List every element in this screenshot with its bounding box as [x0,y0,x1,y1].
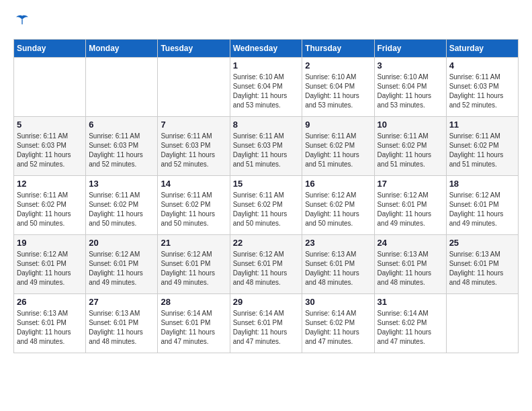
day-number: 20 [89,238,154,248]
calendar-cell [14,58,86,117]
calendar-cell: 31Sunrise: 6:14 AM Sunset: 6:02 PM Dayli… [374,294,446,353]
calendar-cell: 13Sunrise: 6:11 AM Sunset: 6:02 PM Dayli… [86,176,158,235]
day-info: Sunrise: 6:11 AM Sunset: 6:02 PM Dayligh… [233,191,300,228]
calendar-header-wednesday: Wednesday [230,40,302,58]
calendar-cell: 3Sunrise: 6:10 AM Sunset: 6:04 PM Daylig… [374,58,446,117]
day-info: Sunrise: 6:13 AM Sunset: 6:01 PM Dayligh… [305,250,371,287]
logo [13,13,30,28]
day-info: Sunrise: 6:11 AM Sunset: 6:02 PM Dayligh… [161,191,226,228]
day-info: Sunrise: 6:12 AM Sunset: 6:01 PM Dayligh… [17,250,83,287]
day-number: 26 [17,297,83,307]
calendar-header-saturday: Saturday [446,40,518,58]
day-number: 3 [378,60,443,71]
day-number: 15 [233,179,300,189]
calendar-cell: 11Sunrise: 6:11 AM Sunset: 6:02 PM Dayli… [446,117,518,176]
page-header [13,13,519,28]
day-info: Sunrise: 6:11 AM Sunset: 6:03 PM Dayligh… [449,73,515,110]
day-info: Sunrise: 6:13 AM Sunset: 6:01 PM Dayligh… [89,309,154,347]
calendar-cell: 9Sunrise: 6:11 AM Sunset: 6:02 PM Daylig… [302,117,374,176]
logo-bird-icon [15,15,30,26]
day-number: 10 [378,120,443,130]
calendar-cell: 1Sunrise: 6:10 AM Sunset: 6:04 PM Daylig… [230,58,302,117]
day-number: 25 [449,238,515,248]
calendar-cell: 14Sunrise: 6:11 AM Sunset: 6:02 PM Dayli… [158,176,230,235]
day-info: Sunrise: 6:13 AM Sunset: 6:01 PM Dayligh… [17,309,83,347]
day-number: 2 [305,60,371,71]
calendar-cell: 7Sunrise: 6:11 AM Sunset: 6:03 PM Daylig… [158,117,230,176]
day-info: Sunrise: 6:13 AM Sunset: 6:01 PM Dayligh… [449,250,515,287]
calendar-cell: 6Sunrise: 6:11 AM Sunset: 6:03 PM Daylig… [86,117,158,176]
calendar-header-sunday: Sunday [14,40,86,58]
calendar-cell: 25Sunrise: 6:13 AM Sunset: 6:01 PM Dayli… [446,235,518,294]
calendar-header-row: SundayMondayTuesdayWednesdayThursdayFrid… [14,40,519,58]
day-info: Sunrise: 6:12 AM Sunset: 6:02 PM Dayligh… [305,191,371,228]
calendar-cell: 12Sunrise: 6:11 AM Sunset: 6:02 PM Dayli… [14,176,86,235]
day-info: Sunrise: 6:11 AM Sunset: 6:03 PM Dayligh… [89,132,154,169]
calendar-header-friday: Friday [374,40,446,58]
week-row-4: 19Sunrise: 6:12 AM Sunset: 6:01 PM Dayli… [14,235,519,294]
calendar-cell: 15Sunrise: 6:11 AM Sunset: 6:02 PM Dayli… [230,176,302,235]
day-info: Sunrise: 6:10 AM Sunset: 6:04 PM Dayligh… [305,73,371,110]
day-number: 30 [305,297,371,307]
day-number: 4 [449,60,515,71]
calendar-cell: 24Sunrise: 6:13 AM Sunset: 6:01 PM Dayli… [374,235,446,294]
day-info: Sunrise: 6:12 AM Sunset: 6:01 PM Dayligh… [378,191,443,228]
day-number: 18 [449,179,515,189]
day-number: 13 [89,179,154,189]
day-number: 16 [305,179,371,189]
day-number: 31 [378,297,443,307]
day-number: 19 [17,238,83,248]
calendar-cell: 21Sunrise: 6:12 AM Sunset: 6:01 PM Dayli… [158,235,230,294]
day-info: Sunrise: 6:11 AM Sunset: 6:02 PM Dayligh… [378,132,443,169]
day-info: Sunrise: 6:11 AM Sunset: 6:02 PM Dayligh… [17,191,83,228]
day-number: 14 [161,179,226,189]
day-info: Sunrise: 6:13 AM Sunset: 6:01 PM Dayligh… [378,250,443,287]
day-info: Sunrise: 6:12 AM Sunset: 6:01 PM Dayligh… [233,250,300,287]
week-row-1: 1Sunrise: 6:10 AM Sunset: 6:04 PM Daylig… [14,58,519,117]
calendar-cell: 19Sunrise: 6:12 AM Sunset: 6:01 PM Dayli… [14,235,86,294]
day-info: Sunrise: 6:10 AM Sunset: 6:04 PM Dayligh… [233,73,300,110]
calendar-header-monday: Monday [86,40,158,58]
day-number: 11 [449,120,515,130]
day-info: Sunrise: 6:11 AM Sunset: 6:02 PM Dayligh… [89,191,154,228]
day-number: 1 [233,60,300,71]
day-number: 17 [378,179,443,189]
calendar-table: SundayMondayTuesdayWednesdayThursdayFrid… [13,39,519,353]
calendar-cell: 27Sunrise: 6:13 AM Sunset: 6:01 PM Dayli… [86,294,158,353]
day-number: 6 [89,120,154,130]
day-number: 23 [305,238,371,248]
day-number: 29 [233,297,300,307]
day-info: Sunrise: 6:11 AM Sunset: 6:02 PM Dayligh… [449,132,515,169]
day-info: Sunrise: 6:12 AM Sunset: 6:01 PM Dayligh… [449,191,515,228]
week-row-3: 12Sunrise: 6:11 AM Sunset: 6:02 PM Dayli… [14,176,519,235]
day-number: 22 [233,238,300,248]
day-info: Sunrise: 6:14 AM Sunset: 6:02 PM Dayligh… [305,309,371,347]
day-info: Sunrise: 6:12 AM Sunset: 6:01 PM Dayligh… [161,250,226,287]
calendar-cell: 20Sunrise: 6:12 AM Sunset: 6:01 PM Dayli… [86,235,158,294]
day-number: 5 [17,120,83,130]
calendar-cell: 10Sunrise: 6:11 AM Sunset: 6:02 PM Dayli… [374,117,446,176]
calendar-cell: 5Sunrise: 6:11 AM Sunset: 6:03 PM Daylig… [14,117,86,176]
calendar-cell: 22Sunrise: 6:12 AM Sunset: 6:01 PM Dayli… [230,235,302,294]
calendar-cell: 18Sunrise: 6:12 AM Sunset: 6:01 PM Dayli… [446,176,518,235]
calendar-cell: 28Sunrise: 6:14 AM Sunset: 6:01 PM Dayli… [158,294,230,353]
week-row-2: 5Sunrise: 6:11 AM Sunset: 6:03 PM Daylig… [14,117,519,176]
day-number: 7 [161,120,226,130]
calendar-header-thursday: Thursday [302,40,374,58]
calendar-cell: 30Sunrise: 6:14 AM Sunset: 6:02 PM Dayli… [302,294,374,353]
day-info: Sunrise: 6:11 AM Sunset: 6:03 PM Dayligh… [17,132,83,169]
week-row-5: 26Sunrise: 6:13 AM Sunset: 6:01 PM Dayli… [14,294,519,353]
day-info: Sunrise: 6:12 AM Sunset: 6:01 PM Dayligh… [89,250,154,287]
day-info: Sunrise: 6:11 AM Sunset: 6:03 PM Dayligh… [233,132,300,169]
day-info: Sunrise: 6:10 AM Sunset: 6:04 PM Dayligh… [378,73,443,110]
calendar-cell: 16Sunrise: 6:12 AM Sunset: 6:02 PM Dayli… [302,176,374,235]
day-number: 27 [89,297,154,307]
day-number: 12 [17,179,83,189]
calendar-cell: 17Sunrise: 6:12 AM Sunset: 6:01 PM Dayli… [374,176,446,235]
day-number: 8 [233,120,300,130]
calendar-cell: 23Sunrise: 6:13 AM Sunset: 6:01 PM Dayli… [302,235,374,294]
calendar-cell: 2Sunrise: 6:10 AM Sunset: 6:04 PM Daylig… [302,58,374,117]
calendar-cell: 29Sunrise: 6:14 AM Sunset: 6:01 PM Dayli… [230,294,302,353]
day-info: Sunrise: 6:14 AM Sunset: 6:01 PM Dayligh… [161,309,226,347]
calendar-cell: 8Sunrise: 6:11 AM Sunset: 6:03 PM Daylig… [230,117,302,176]
